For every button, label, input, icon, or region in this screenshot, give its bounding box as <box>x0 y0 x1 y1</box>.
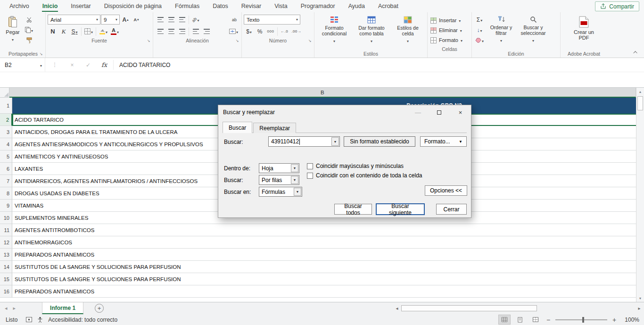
format-painter-button[interactable] <box>24 35 34 45</box>
options-button[interactable]: Opciones << <box>425 185 467 196</box>
align-bottom-button[interactable] <box>177 15 187 25</box>
conditional-formatting-button[interactable]: Formato condicional <box>316 14 352 44</box>
look-in-select[interactable]: Fórmulas ▼ <box>259 187 302 197</box>
autosum-button[interactable]: Σ <box>474 15 485 25</box>
fill-color-button[interactable] <box>98 26 109 36</box>
scroll-up-icon[interactable]: ▲ <box>636 88 644 95</box>
insert-function-button[interactable]: fx <box>96 58 112 72</box>
borders-button[interactable] <box>83 26 94 36</box>
percent-button[interactable]: % <box>255 26 265 36</box>
page-break-view-button[interactable] <box>530 315 541 324</box>
zoom-in-button[interactable]: + <box>611 316 617 324</box>
match-case-checkbox[interactable]: Coincidir mayúsculas y minúsculas <box>307 163 404 169</box>
within-dropdown-icon[interactable]: ▼ <box>291 164 298 172</box>
find-what-input[interactable]: 439110412 ▼ <box>268 136 340 147</box>
search-dropdown-icon[interactable]: ▼ <box>291 176 298 184</box>
align-middle-button[interactable] <box>166 15 176 25</box>
enter-button[interactable]: ✓ <box>80 58 96 72</box>
find-next-button[interactable]: Buscar siguiente <box>376 203 425 215</box>
horizontal-scrollbar-thumb[interactable] <box>401 305 537 311</box>
ribbon-tab-datos[interactable]: Datos <box>206 0 235 12</box>
merge-center-button[interactable] <box>228 26 239 36</box>
cell-b13[interactable]: PREPARADOS ANTIANEMICOS <box>12 249 636 261</box>
align-left-button[interactable] <box>155 26 165 36</box>
ribbon-tab-inicio[interactable]: Inicio <box>36 0 65 12</box>
vertical-scrollbar-thumb[interactable] <box>637 96 643 110</box>
orientation-button[interactable]: ab <box>190 15 201 25</box>
align-center-button[interactable] <box>166 26 176 36</box>
tab-buscar[interactable]: Buscar <box>223 122 252 133</box>
ribbon-tab-archivo[interactable]: Archivo <box>3 0 36 12</box>
row-header-2[interactable]: 2 <box>0 114 12 126</box>
row-header-5[interactable]: 5 <box>0 150 12 163</box>
select-all-corner[interactable] <box>0 88 9 98</box>
find-select-button[interactable]: Buscar y seleccionar <box>517 14 549 44</box>
close-button[interactable]: Cerrar <box>436 204 467 215</box>
row-header-14[interactable]: 14 <box>0 261 12 273</box>
ribbon-tab-acrobat[interactable]: Acrobat <box>372 0 405 12</box>
dialog-maximize-button[interactable] <box>429 105 450 119</box>
zoom-out-button[interactable]: − <box>545 316 551 324</box>
dialog-minimize-button[interactable]: — <box>407 105 429 119</box>
ribbon-tab-revisar[interactable]: Revisar <box>235 0 268 12</box>
number-dialog-launcher-icon[interactable]: ↘ <box>307 38 313 43</box>
ribbon-tab-disposición-de-página[interactable]: Disposición de página <box>98 0 168 12</box>
search-select[interactable]: Por filas ▼ <box>259 175 299 185</box>
underline-button[interactable]: S <box>69 26 80 36</box>
scroll-right-icon[interactable]: ▸ <box>636 306 643 311</box>
delete-cells-button[interactable]: Eliminar <box>429 25 470 35</box>
zoom-slider[interactable] <box>555 319 607 320</box>
sort-filter-button[interactable]: Ordenar y filtrar <box>486 14 516 44</box>
grow-font-button[interactable]: A▴ <box>120 15 131 25</box>
find-what-dropdown-icon[interactable]: ▼ <box>331 137 339 146</box>
ribbon-tab-ayuda[interactable]: Ayuda <box>342 0 372 12</box>
accounting-format-button[interactable]: $ <box>244 26 254 36</box>
format-cells-button[interactable]: Formato <box>429 35 470 45</box>
italic-button[interactable]: K <box>58 26 69 36</box>
decrease-decimal-button[interactable]: .00→ <box>290 26 303 36</box>
decrease-indent-button[interactable] <box>190 26 201 36</box>
format-as-table-button[interactable]: Dar formato como tabla <box>353 14 390 44</box>
sheet-nav-right-icon[interactable]: ▸ <box>13 305 16 311</box>
ribbon-tab-vista[interactable]: Vista <box>268 0 294 12</box>
row-header-6[interactable]: 6 <box>0 163 12 175</box>
name-box[interactable]: B2 <box>0 58 45 72</box>
look-in-dropdown-icon[interactable]: ▼ <box>294 188 301 196</box>
match-entire-cell-checkbox[interactable]: Coincidir con el contenido de toda la ce… <box>307 172 422 179</box>
dialog-close-button[interactable]: × <box>450 105 471 119</box>
row-header-15[interactable]: 15 <box>0 273 12 285</box>
create-pdf-button[interactable]: Crear un PDF <box>572 14 596 44</box>
macro-record-icon[interactable] <box>26 317 32 322</box>
sheet-tab-informe-1[interactable]: Informe 1 <box>42 302 83 314</box>
clipboard-dialog-launcher-icon[interactable]: ↘ <box>38 51 44 57</box>
dialog-title-bar[interactable]: Buscar y reemplazar — × <box>218 105 471 119</box>
copy-button[interactable] <box>24 25 34 35</box>
alignment-dialog-launcher-icon[interactable]: ↘ <box>234 38 240 43</box>
row-header-7[interactable]: 7 <box>0 175 12 187</box>
row-header-12[interactable]: 12 <box>0 236 12 249</box>
row-header-10[interactable]: 10 <box>0 212 12 224</box>
row-header-9[interactable]: 9 <box>0 200 12 212</box>
increase-decimal-button[interactable]: ←.0 <box>279 26 289 36</box>
cell-b16[interactable]: PREPARADOS ANTIANEMICOS <box>12 285 636 298</box>
font-dialog-launcher-icon[interactable]: ↘ <box>146 38 151 43</box>
namebox-resize-handle[interactable]: ⋮ <box>45 58 64 72</box>
font-size-select[interactable]: 9 <box>101 15 120 25</box>
font-color-button[interactable]: A <box>109 26 120 36</box>
share-button[interactable]: Compartir <box>595 1 639 11</box>
fill-button[interactable]: ↓ <box>474 25 485 35</box>
horizontal-scrollbar[interactable]: ◂ ▸ <box>393 302 644 314</box>
increase-indent-button[interactable] <box>201 26 212 36</box>
collapse-ribbon-button[interactable] <box>632 49 640 56</box>
row-header-1[interactable]: 1 <box>0 98 12 114</box>
tab-reemplazar[interactable]: Reemplazar <box>253 123 296 133</box>
normal-view-button[interactable] <box>499 315 510 324</box>
ribbon-tab-fórmulas[interactable]: Fórmulas <box>168 0 206 12</box>
align-right-button[interactable] <box>177 26 187 36</box>
row-header-16[interactable]: 16 <box>0 285 12 298</box>
accessibility-status[interactable]: Accesibilidad: todo correcto <box>48 317 117 323</box>
number-format-select[interactable]: Texto <box>244 15 300 25</box>
sheet-nav-left-icon[interactable]: ◂ <box>5 305 8 311</box>
vertical-scrollbar[interactable]: ▲ ▼ <box>636 88 644 302</box>
font-name-select[interactable]: Arial <box>48 15 100 25</box>
